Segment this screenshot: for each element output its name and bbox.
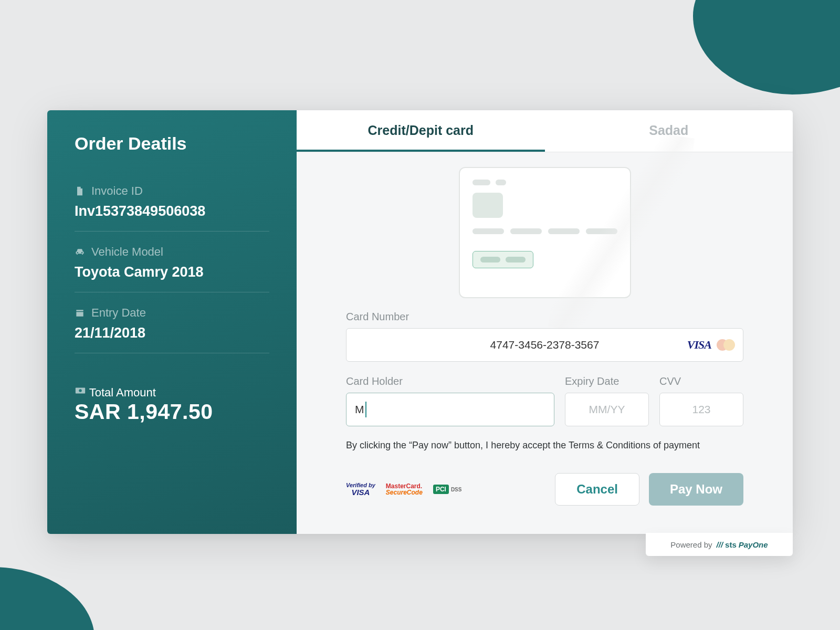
- text-caret-icon: [365, 402, 366, 417]
- card-number-label: Card Number: [346, 311, 743, 323]
- sts-payone-logo-icon: /// sts PayOne: [717, 540, 768, 549]
- expiry-label: Expiry Date: [565, 375, 649, 387]
- decor-blob-bottom-left: [0, 567, 94, 630]
- detail-vehicle: Vehicle Model Toyota Camry 2018: [75, 245, 269, 292]
- svg-point-1: [79, 389, 82, 392]
- cert-badges: Verified by VISA MasterCard. SecureCode …: [346, 482, 461, 496]
- cvv-label: CVV: [659, 375, 743, 387]
- car-icon: [75, 247, 85, 257]
- invoice-label: Invoice ID: [91, 184, 143, 198]
- card-holder-input[interactable]: M: [346, 393, 554, 426]
- card-brand-icons: VISA: [687, 338, 735, 352]
- payment-tabs: Credit/Depit card Sadad: [297, 110, 793, 152]
- total-label: Total Amount: [89, 386, 156, 399]
- payment-panel: Credit/Depit card Sadad Card Number VISA: [297, 110, 793, 534]
- card-holder-label: Card Holder: [346, 375, 554, 387]
- money-icon: [75, 386, 89, 399]
- invoice-value: Inv15373849506038: [75, 203, 269, 219]
- vehicle-value: Toyota Camry 2018: [75, 264, 269, 280]
- order-details-panel: Order Deatils Invoice ID Inv153738495060…: [47, 110, 297, 534]
- card-number-wrap: VISA: [346, 328, 743, 362]
- card-preview-graphic: [459, 167, 631, 298]
- decor-blob-top-right: [693, 0, 840, 94]
- verified-by-visa-icon: Verified by VISA: [346, 482, 375, 496]
- visa-icon: VISA: [687, 338, 711, 352]
- card-holder-value: M: [355, 403, 364, 416]
- cancel-button[interactable]: Cancel: [555, 473, 639, 506]
- detail-total: Total Amount SAR 1,947.50: [75, 385, 269, 424]
- cvv-input[interactable]: [659, 393, 743, 426]
- powered-by-label: Powered by: [670, 540, 712, 549]
- vehicle-label: Vehicle Model: [91, 245, 163, 259]
- checkout-card: Order Deatils Invoice ID Inv153738495060…: [47, 110, 793, 534]
- mastercard-icon: [717, 339, 735, 351]
- powered-by-badge: Powered by /// sts PayOne: [646, 533, 793, 556]
- form-area: Card Number VISA Card Holder M Expir: [297, 152, 793, 534]
- detail-date: Entry Date 21/11/2018: [75, 306, 269, 353]
- calendar-icon: [75, 308, 85, 318]
- tab-credit-card[interactable]: Credit/Depit card: [297, 110, 545, 152]
- document-icon: [75, 186, 85, 196]
- date-label: Entry Date: [91, 306, 146, 320]
- terms-disclaimer: By clicking the “Pay now” button, I here…: [346, 440, 743, 451]
- mastercard-securecode-icon: MasterCard. SecureCode: [386, 483, 423, 496]
- expiry-input[interactable]: [565, 393, 649, 426]
- pay-now-button[interactable]: Pay Now: [649, 473, 743, 506]
- card-number-input[interactable]: [346, 328, 743, 362]
- date-value: 21/11/2018: [75, 325, 269, 341]
- total-value: SAR 1,947.50: [75, 400, 269, 424]
- order-title: Order Deatils: [75, 133, 269, 154]
- detail-invoice: Invoice ID Inv15373849506038: [75, 184, 269, 232]
- pci-dss-icon: PCI DSS: [433, 485, 462, 494]
